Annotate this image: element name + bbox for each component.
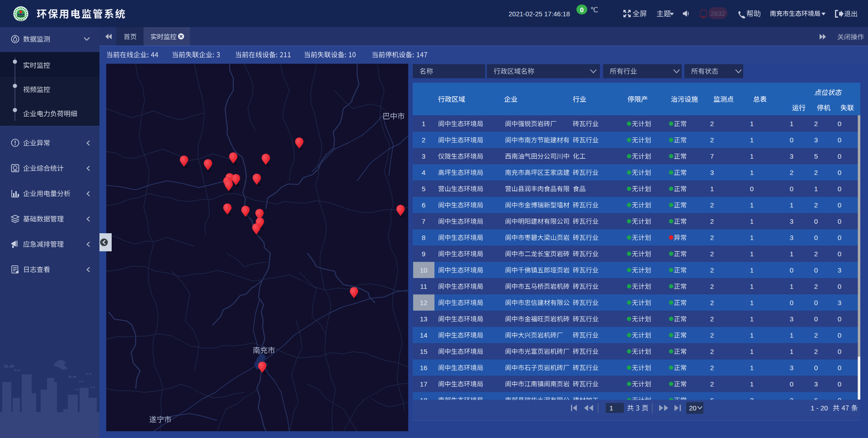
svg-text:0: 0 — [838, 120, 841, 127]
svg-text:1: 1 — [710, 185, 714, 193]
svg-text:2: 2 — [710, 217, 714, 225]
svg-text:10: 10 — [420, 266, 428, 274]
svg-text:3: 3 — [710, 169, 714, 176]
svg-text:1: 1 — [750, 250, 754, 258]
svg-text:1: 1 — [750, 266, 754, 274]
svg-text:1: 1 — [790, 348, 793, 355]
svg-text:1: 1 — [790, 201, 793, 209]
svg-text:2: 2 — [710, 299, 714, 306]
svg-text:2: 2 — [814, 348, 818, 355]
svg-text:2: 2 — [814, 120, 818, 127]
svg-text:1: 1 — [750, 120, 754, 127]
svg-text:0: 0 — [790, 266, 793, 274]
svg-text:2: 2 — [710, 283, 714, 290]
svg-text:1: 1 — [814, 185, 818, 193]
svg-text:3: 3 — [422, 152, 425, 160]
svg-text:1: 1 — [790, 283, 793, 290]
svg-text:1: 1 — [750, 217, 754, 225]
svg-text:5: 5 — [422, 185, 425, 193]
svg-text:0: 0 — [838, 234, 841, 241]
svg-text:1: 1 — [750, 299, 754, 306]
svg-text:1: 1 — [750, 169, 754, 176]
svg-text:2: 2 — [710, 266, 714, 274]
svg-text:6: 6 — [422, 201, 425, 209]
svg-text:7: 7 — [422, 217, 425, 225]
svg-text:0: 0 — [838, 250, 841, 258]
svg-text:0: 0 — [838, 364, 841, 372]
svg-text:1 - 20: 1 - 20 — [811, 404, 828, 412]
svg-text:13: 13 — [420, 315, 428, 323]
svg-text:3: 3 — [814, 136, 818, 144]
svg-text:0: 0 — [750, 185, 754, 193]
svg-text:1: 1 — [750, 331, 754, 339]
svg-text:20: 20 — [689, 404, 697, 412]
svg-text:0: 0 — [838, 169, 841, 176]
svg-text:2021-02-25 17:46:18: 2021-02-25 17:46:18 — [509, 10, 570, 18]
svg-text:2: 2 — [790, 169, 793, 176]
svg-text:3: 3 — [790, 364, 793, 372]
svg-text:5: 5 — [814, 152, 818, 160]
svg-text:1: 1 — [750, 364, 754, 372]
svg-text:0: 0 — [814, 364, 818, 372]
svg-text:0: 0 — [838, 201, 841, 209]
svg-text:1: 1 — [790, 120, 793, 127]
svg-text:0: 0 — [838, 152, 841, 160]
svg-text:3: 3 — [814, 380, 818, 388]
svg-text:8: 8 — [422, 234, 425, 241]
svg-text:2: 2 — [422, 136, 425, 144]
svg-text:0: 0 — [838, 185, 841, 193]
svg-text:1: 1 — [750, 348, 754, 355]
svg-text:2632: 2632 — [711, 10, 725, 17]
svg-text:0: 0 — [838, 348, 841, 355]
svg-text:3: 3 — [790, 152, 793, 160]
svg-text:1: 1 — [750, 152, 754, 160]
svg-text:2: 2 — [710, 120, 714, 127]
svg-text:1: 1 — [750, 234, 754, 241]
svg-text:0: 0 — [790, 299, 793, 306]
svg-text:0: 0 — [838, 217, 841, 225]
svg-text:2: 2 — [710, 136, 714, 144]
svg-text:1: 1 — [790, 250, 793, 258]
svg-text:1: 1 — [750, 315, 754, 323]
svg-text:2: 2 — [710, 331, 714, 339]
svg-text:1: 1 — [750, 380, 754, 388]
svg-text:9: 9 — [422, 250, 425, 258]
svg-text:3: 3 — [790, 217, 793, 225]
svg-text:2: 2 — [710, 348, 714, 355]
svg-text:0: 0 — [838, 380, 841, 388]
svg-text:1: 1 — [750, 136, 754, 144]
svg-text:2: 2 — [814, 331, 818, 339]
svg-text:℃: ℃ — [590, 6, 598, 14]
svg-text:11: 11 — [420, 283, 427, 290]
svg-text:16: 16 — [420, 364, 428, 372]
svg-text:0: 0 — [838, 136, 841, 144]
svg-text:0: 0 — [580, 6, 584, 14]
svg-text:14: 14 — [420, 331, 428, 339]
svg-text:0: 0 — [838, 331, 841, 339]
svg-text:3: 3 — [838, 266, 841, 274]
svg-text:2: 2 — [710, 315, 714, 323]
svg-text:2: 2 — [814, 250, 818, 258]
svg-text:2: 2 — [710, 250, 714, 258]
svg-text:17: 17 — [420, 380, 428, 388]
svg-text:0: 0 — [814, 299, 818, 306]
svg-text:2: 2 — [710, 201, 714, 209]
svg-text:4: 4 — [422, 169, 425, 176]
svg-text:3: 3 — [790, 315, 793, 323]
svg-text:0: 0 — [814, 217, 818, 225]
svg-text:3: 3 — [838, 299, 841, 306]
svg-text:0: 0 — [814, 234, 818, 241]
svg-text:2: 2 — [814, 201, 818, 209]
svg-text:2: 2 — [814, 283, 818, 290]
svg-text:12: 12 — [420, 299, 428, 306]
svg-text:2: 2 — [710, 364, 714, 372]
svg-text:0: 0 — [838, 315, 841, 323]
svg-text:0: 0 — [814, 266, 818, 274]
svg-text:1: 1 — [750, 283, 754, 290]
svg-text:0: 0 — [790, 185, 793, 193]
svg-text:15: 15 — [420, 348, 428, 355]
svg-text:2: 2 — [710, 234, 714, 241]
svg-text:2: 2 — [814, 169, 818, 176]
svg-text:0: 0 — [838, 283, 841, 290]
svg-text:1: 1 — [422, 120, 425, 127]
